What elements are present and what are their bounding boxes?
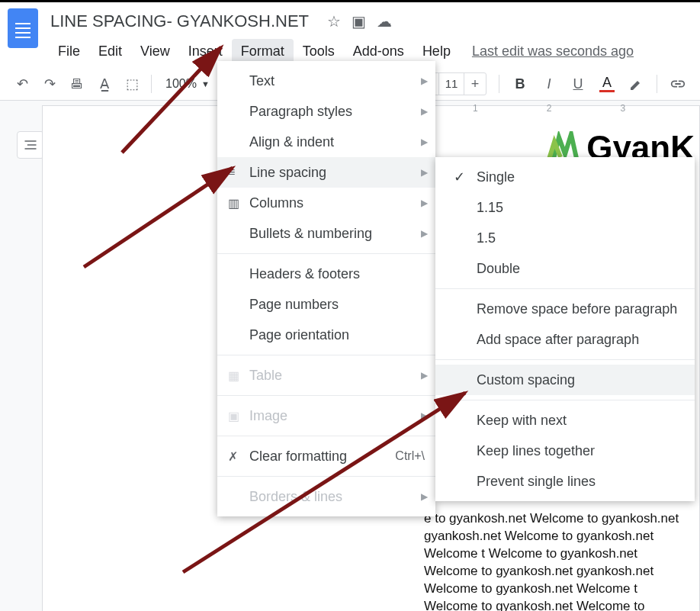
spellcheck-button[interactable]: A̲	[93, 72, 116, 95]
format-borders-lines: Borders & lines▶	[217, 481, 435, 512]
table-icon: ▦	[228, 368, 249, 383]
format-page-orientation[interactable]: Page orientation	[217, 320, 435, 350]
menu-edit[interactable]: Edit	[89, 39, 131, 64]
ruler-tick: 3	[620, 103, 625, 114]
prevent-single-lines[interactable]: Prevent single lines	[435, 466, 695, 497]
spacing-115[interactable]: 1.15	[435, 192, 695, 223]
text-color-button[interactable]: A	[596, 72, 618, 95]
zoom-select[interactable]: 100% ▼	[159, 77, 216, 91]
menu-file[interactable]: File	[49, 39, 89, 64]
last-edit-link[interactable]: Last edit was seconds ago	[472, 43, 634, 59]
ruler-tick: 1	[473, 103, 478, 114]
line-spacing-icon: ≡	[228, 166, 249, 179]
insert-link-button[interactable]	[666, 72, 689, 95]
ruler-tick: 2	[547, 103, 552, 114]
bold-button[interactable]: B	[509, 72, 531, 95]
format-line-spacing[interactable]: ≡Line spacing▶	[217, 157, 435, 188]
image-icon: ▣	[228, 409, 249, 423]
doc-title[interactable]: LINE SPACING- GYANKOSH.NET	[49, 8, 310, 34]
spacing-single[interactable]: ✓Single	[435, 162, 695, 192]
keep-lines-together[interactable]: Keep lines together	[435, 436, 695, 466]
line-spacing-menu: ✓Single 1.15 1.5 Double Remove space bef…	[435, 157, 695, 501]
format-paragraph-styles[interactable]: Paragraph styles▶	[217, 96, 435, 127]
custom-spacing[interactable]: Custom spacing	[435, 365, 695, 395]
format-text[interactable]: Text▶	[217, 66, 435, 96]
format-bullets-numbering[interactable]: Bullets & numbering▶	[217, 218, 435, 249]
highlight-button[interactable]	[625, 72, 647, 95]
chevron-down-icon: ▼	[201, 79, 210, 88]
clear-format-icon: ✗	[228, 449, 249, 464]
cloud-icon[interactable]: ☁	[377, 12, 392, 31]
paint-format-button[interactable]: ⬚	[120, 72, 143, 95]
format-clear-formatting[interactable]: ✗Clear formattingCtrl+\	[217, 441, 435, 471]
italic-button[interactable]: I	[538, 72, 560, 95]
format-image: ▣Image▶	[217, 400, 435, 431]
undo-button[interactable]: ↶	[11, 72, 34, 95]
redo-button[interactable]: ↷	[38, 72, 61, 95]
spacing-15[interactable]: 1.5	[435, 223, 695, 253]
format-menu: Text▶ Paragraph styles▶ Align & indent▶ …	[217, 61, 435, 516]
font-size-increase[interactable]: +	[464, 76, 486, 92]
format-headers-footers[interactable]: Headers & footers	[217, 259, 435, 289]
underline-button[interactable]: U	[567, 72, 589, 95]
format-page-numbers[interactable]: Page numbers	[217, 289, 435, 320]
check-icon: ✓	[454, 169, 477, 185]
format-columns[interactable]: ▥Columns▶	[217, 188, 435, 218]
print-button[interactable]: 🖶	[66, 72, 88, 95]
outline-toggle[interactable]	[17, 131, 44, 159]
remove-space-before[interactable]: Remove space before paragraph	[435, 294, 695, 324]
zoom-value: 100%	[165, 77, 197, 91]
star-icon[interactable]: ☆	[327, 12, 341, 31]
format-align-indent[interactable]: Align & indent▶	[217, 127, 435, 157]
document-body-text[interactable]: e to gyankosh.net Welcome to gyankosh.ne…	[424, 510, 695, 611]
docs-logo[interactable]	[8, 8, 38, 48]
columns-icon: ▥	[228, 196, 249, 211]
font-size-value[interactable]: 11	[438, 73, 464, 95]
format-table: ▦Table▶	[217, 360, 435, 391]
add-space-after[interactable]: Add space after paragraph	[435, 324, 695, 355]
keep-with-next[interactable]: Keep with next	[435, 405, 695, 436]
move-icon[interactable]: ▣	[352, 12, 366, 31]
menu-view[interactable]: View	[131, 39, 179, 64]
spacing-double[interactable]: Double	[435, 253, 695, 284]
